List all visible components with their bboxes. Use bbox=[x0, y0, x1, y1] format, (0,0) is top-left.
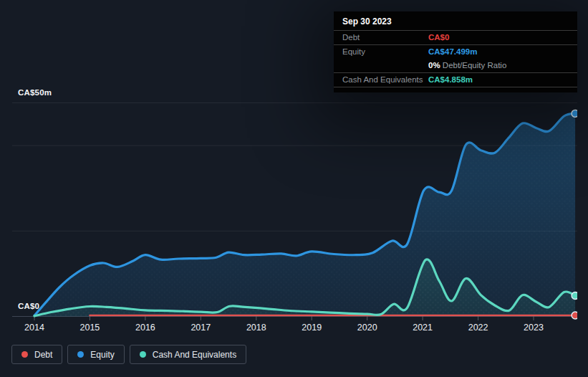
debt-end-marker bbox=[572, 312, 579, 319]
x-tick-label: 2019 bbox=[302, 323, 322, 333]
tooltip-cash-value: CA$4.858m bbox=[428, 75, 473, 85]
tooltip-equity-value: CA$47.499m bbox=[428, 47, 477, 57]
equity-end-marker bbox=[572, 110, 579, 117]
x-tick-label: 2020 bbox=[357, 323, 377, 333]
plot-area bbox=[34, 110, 579, 319]
legend-item-cash[interactable]: Cash And Equivalents bbox=[130, 345, 246, 364]
tooltip-debt-row: Debt CA$0 bbox=[334, 31, 577, 45]
x-tick-label: 2023 bbox=[524, 323, 544, 333]
tooltip-equity-row: Equity CA$47.499m bbox=[334, 45, 577, 59]
debt-color-dot-icon bbox=[21, 351, 28, 358]
tooltip-date: Sep 30 2023 bbox=[334, 11, 577, 31]
tooltip-ratio-value: 0% Debt/Equity Ratio bbox=[428, 60, 506, 71]
tooltip-equity-label: Equity bbox=[342, 47, 428, 57]
equity-color-dot-icon bbox=[77, 351, 84, 358]
y-axis-label-max: CA$50m bbox=[18, 88, 52, 97]
x-tick-label: 2016 bbox=[135, 323, 155, 333]
tooltip-debt-value: CA$0 bbox=[428, 32, 449, 43]
x-tick-label: 2014 bbox=[24, 323, 44, 333]
legend-debt-label: Debt bbox=[34, 350, 52, 360]
x-tick-label: 2018 bbox=[246, 323, 266, 333]
x-tick-label: 2022 bbox=[468, 323, 488, 333]
equity-area-texture bbox=[34, 113, 575, 316]
cash-end-marker bbox=[572, 292, 579, 300]
tooltip-ratio-percent: 0% bbox=[428, 61, 440, 70]
legend-item-equity[interactable]: Equity bbox=[67, 345, 124, 364]
legend-item-debt[interactable]: Debt bbox=[11, 345, 62, 364]
legend-equity-label: Equity bbox=[90, 350, 114, 360]
x-tick-label: 2017 bbox=[191, 323, 211, 333]
x-axis-labels: 2014201520162017201820192020202120222023 bbox=[24, 323, 544, 333]
cash-color-dot-icon bbox=[140, 351, 146, 358]
x-tick-label: 2021 bbox=[413, 323, 433, 333]
legend-cash-label: Cash And Equivalents bbox=[153, 350, 236, 360]
tooltip-debt-label: Debt bbox=[342, 32, 428, 43]
tooltip-cash-row: Cash And Equivalents CA$4.858m bbox=[334, 73, 577, 87]
tooltip-cash-label: Cash And Equivalents bbox=[342, 75, 428, 85]
chart-tooltip: Sep 30 2023 Debt CA$0 Equity CA$47.499m … bbox=[334, 11, 577, 92]
debt-equity-history-chart: 2014201520162017201820192020202120222023… bbox=[0, 0, 588, 377]
chart-legend: Debt Equity Cash And Equivalents bbox=[11, 345, 246, 364]
tooltip-ratio-caption: Debt/Equity Ratio bbox=[440, 61, 507, 70]
tooltip-ratio-row: 0% Debt/Equity Ratio bbox=[334, 59, 577, 73]
y-axis-label-zero: CA$0 bbox=[18, 302, 39, 310]
x-tick-label: 2015 bbox=[79, 323, 100, 333]
